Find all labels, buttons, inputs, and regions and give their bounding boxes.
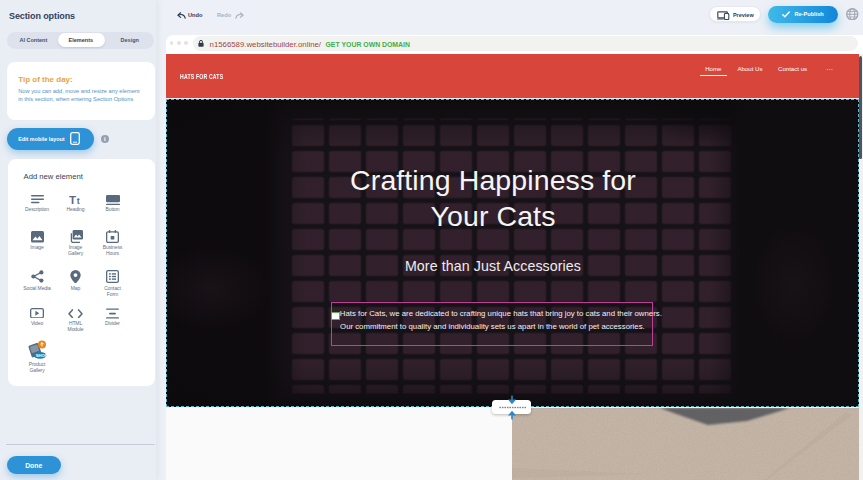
svg-text:t: t [76,195,79,204]
svg-text:SHOP: SHOP [35,353,47,358]
svg-text:T: T [69,194,76,205]
